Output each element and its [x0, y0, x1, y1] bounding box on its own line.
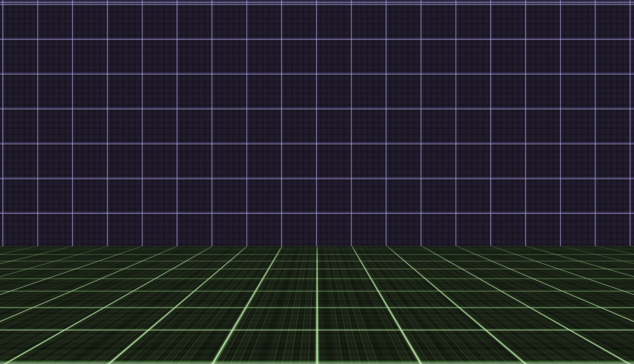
retro-grid-scene [0, 0, 634, 364]
floor [0, 246, 634, 364]
wall-grid [0, 0, 634, 246]
floor-grid [0, 246, 634, 364]
